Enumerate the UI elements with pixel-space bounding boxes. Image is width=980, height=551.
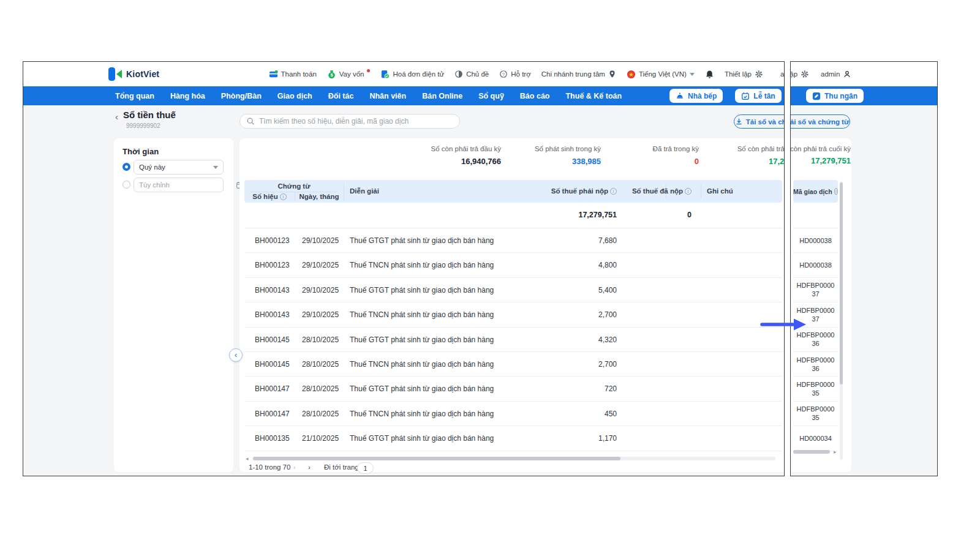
menu-item-language[interactable]: Tiếng Việt (VN) — [627, 70, 695, 79]
top-header: Thiết lập admin — [791, 62, 937, 86]
col-da-nop[interactable]: Số thuế đã nộpi — [618, 187, 692, 195]
main-window: KiotViet Thanh toán $ Vay vốn Hoá đơn đi… — [23, 61, 785, 476]
col-phai-nop[interactable]: Số thuế phải nộpi — [519, 187, 617, 195]
custom-date-input[interactable] — [139, 181, 233, 189]
summary-col-cuoi-ky: Số còn phải trả cuối kỳ 17,279,751 — [686, 138, 785, 166]
summary-value: 0 — [576, 157, 699, 166]
menu-item-hoa-don-dien-tu[interactable]: Hoá đơn điện tử — [380, 70, 444, 79]
cell-ngay-thang: 28/10/2025 — [302, 360, 339, 369]
table-row[interactable]: BH00014528/10/2025Thuế TNCN phát sinh từ… — [244, 352, 782, 377]
radio-tuy-chinh[interactable] — [123, 181, 130, 189]
menu-label: Thiết lập — [725, 70, 752, 78]
back-chevron-icon[interactable]: ‹ — [115, 111, 118, 122]
nha-bep-button[interactable]: Nhà bếp — [669, 89, 723, 103]
menu-item-thiet-lap[interactable]: Thiết lập — [725, 70, 763, 78]
menu-item-thanh-toan[interactable]: Thanh toán — [269, 70, 317, 79]
horizontal-scrollbar-track[interactable] — [253, 457, 775, 460]
nav-item[interactable]: Sổ quỹ — [478, 92, 504, 100]
nav-item[interactable]: Thuế & Kế toán — [565, 92, 622, 100]
cell-ngay-thang: 29/10/2025 — [302, 236, 339, 245]
col-group-chung-tu: Chứng từ — [244, 182, 344, 190]
horizontal-scrollbar-thumb[interactable] — [253, 457, 620, 460]
total-da-nop: 0 — [594, 211, 692, 219]
info-icon: i — [685, 188, 692, 195]
cell-so-hieu: BH000123 — [255, 236, 290, 245]
nav-item[interactable]: Bán Online — [422, 92, 462, 100]
chevron-down-icon — [690, 73, 695, 76]
location-pin-icon — [608, 70, 616, 78]
table-row[interactable]: BH00012329/10/2025Thuế GTGT phát sinh từ… — [244, 228, 782, 253]
thu-ngan-button[interactable]: Thu ngân — [806, 89, 864, 103]
gear-icon — [801, 70, 809, 78]
nav-item[interactable]: Tổng quan — [115, 92, 154, 100]
col-ngay-thang[interactable]: Ngày, tháng — [295, 193, 344, 200]
cell-ma-giao-dich: HDFBP000037 — [793, 278, 838, 302]
button-label: Tải sổ và chứng từ — [746, 118, 785, 126]
notification-bell[interactable] — [705, 70, 714, 79]
nav-item[interactable]: Đối tác — [328, 92, 354, 100]
scroll-right-icon[interactable]: ▸ — [834, 449, 837, 455]
prev-page-button[interactable]: ‹ — [293, 463, 296, 471]
nav-item[interactable]: Giao dịch — [277, 92, 312, 100]
selected-period: Quý này — [139, 163, 165, 171]
vertical-scrollbar-thumb[interactable] — [840, 182, 843, 384]
table-row[interactable]: BH00014329/10/2025Thuế TNCN phát sinh từ… — [244, 302, 782, 327]
menu-item-ho-tro[interactable]: ? Hỗ trợ — [499, 70, 530, 78]
table-row[interactable]: BH00014528/10/2025Thuế GTGT phát sinh từ… — [244, 328, 782, 352]
nav-item[interactable]: Nhân viên — [369, 92, 406, 100]
chevron-down-icon — [213, 166, 218, 169]
cell-ngay-thang: 29/10/2025 — [302, 310, 339, 319]
menu-label: Tiếng Việt (VN) — [639, 70, 687, 78]
col-ma-giao-dich[interactable]: Mã giao dịchi — [793, 180, 838, 203]
cell-so-thue-phai-nop: 450 — [519, 410, 617, 418]
menu-item-chi-nhanh[interactable]: Chi nhánh trung tâm — [541, 70, 616, 78]
table-row[interactable]: BH00014329/10/2025Thuế GTGT phát sinh từ… — [244, 278, 782, 302]
cell-so-hieu: BH000135 — [255, 434, 290, 443]
nav-item[interactable]: Phòng/Bàn — [221, 92, 262, 100]
filter-title: Thời gian — [123, 147, 159, 156]
page-title: Sổ tiền thuế — [123, 110, 176, 120]
page-number-input[interactable] — [357, 462, 374, 474]
search-input[interactable] — [259, 117, 453, 126]
user-menu[interactable]: admin — [821, 62, 851, 86]
calendar-check-icon — [741, 92, 750, 100]
nav-item[interactable]: Báo cáo — [520, 92, 550, 100]
col-dien-giai[interactable]: Diễn giải — [350, 187, 379, 195]
cell-so-thue-phai-nop: 4,800 — [519, 261, 617, 269]
summary-label: Số còn phải trả cuối kỳ — [790, 145, 851, 152]
vertical-scrollbar-track[interactable] — [840, 181, 843, 460]
menu-label: Chủ đề — [466, 70, 489, 78]
horizontal-scrollbar-thumb[interactable] — [793, 450, 830, 454]
download-ledger-button[interactable]: Tải sổ và chứng từ — [790, 114, 850, 129]
brand-name: KiotViet — [126, 69, 159, 79]
header-menu: Thanh toán $ Vay vốn Hoá đơn điện tử Chủ… — [269, 62, 763, 86]
cell-so-thue-phai-nop: 7,680 — [519, 236, 617, 245]
user-name: admin — [821, 70, 840, 78]
col-so-hieu[interactable]: Số hiệui — [244, 193, 295, 200]
table-row[interactable]: BH00014728/10/2025Thuế GTGT phát sinh từ… — [244, 377, 782, 401]
menu-item-vay-von[interactable]: $ Vay vốn — [327, 70, 371, 79]
col-ghi-chu[interactable]: Ghi chú — [707, 187, 733, 195]
branch-buttons: Nhà bếp Lễ tân Thu ngân — [669, 89, 785, 103]
custom-date-field — [134, 178, 224, 192]
main-nav: Tổng quanHàng hóaPhòng/BànGiao dịchĐối t… — [23, 86, 784, 105]
next-page-button[interactable]: › — [308, 463, 311, 471]
user-menu[interactable]: admin — [780, 62, 785, 86]
totals-row — [793, 203, 838, 228]
user-icon — [843, 70, 851, 78]
cell-ngay-thang: 29/10/2025 — [302, 286, 339, 294]
menu-item-thiet-lap[interactable]: Thiết lập — [790, 62, 809, 86]
nav-item[interactable]: Hàng hóa — [170, 92, 205, 100]
table-row[interactable]: BH00013521/10/2025Thuế GTGT phát sinh từ… — [244, 426, 782, 451]
menu-item-chu-de[interactable]: Chủ đề — [454, 70, 489, 78]
radio-quy-nay[interactable] — [123, 163, 130, 171]
collapse-sidebar-button[interactable]: ‹ — [229, 348, 243, 362]
scroll-left-icon[interactable]: ◂ — [246, 455, 249, 462]
table-row[interactable]: BH00014728/10/2025Thuế TNCN phát sinh từ… — [244, 402, 782, 426]
cell-ngay-thang: 28/10/2025 — [302, 384, 339, 393]
download-ledger-button[interactable]: Tải sổ và chứng từ — [734, 114, 785, 129]
table-row[interactable]: BH00012329/10/2025Thuế TNCN phát sinh từ… — [244, 253, 782, 277]
cell-so-thue-phai-nop: 2,700 — [519, 360, 617, 369]
le-tan-button[interactable]: Lễ tân — [735, 89, 781, 103]
period-select[interactable]: Quý này — [134, 160, 224, 174]
